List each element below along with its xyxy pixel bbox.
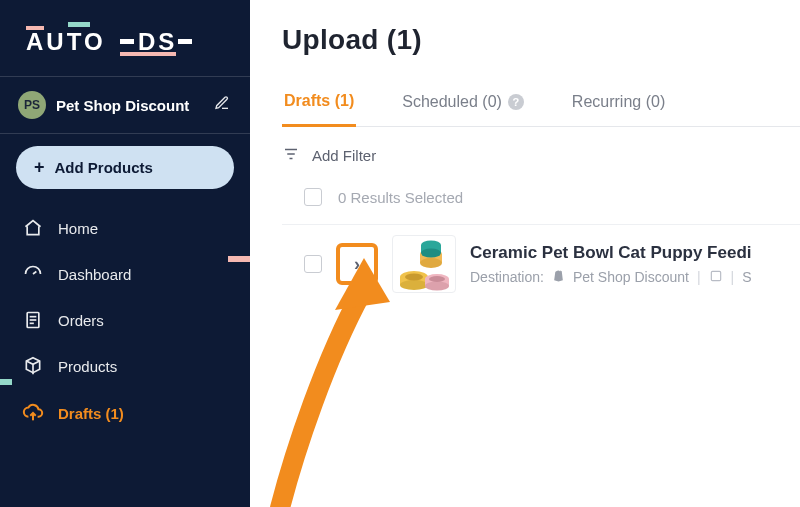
svg-rect-6: [120, 52, 176, 56]
add-products-label: Add Products: [55, 159, 153, 176]
selection-row: 0 Results Selected: [282, 182, 800, 224]
svg-rect-5: [178, 39, 192, 44]
drafts-icon: [22, 402, 44, 424]
svg-rect-3: [120, 39, 134, 44]
svg-point-17: [420, 258, 442, 268]
svg-rect-1: [68, 22, 90, 27]
product-meta: Destination: Pet Shop Discount | | S: [470, 269, 752, 286]
svg-point-24: [405, 274, 423, 281]
tab-label: Recurring (0): [572, 93, 665, 111]
tab-label: Drafts (1): [284, 92, 354, 110]
sidebar-item-drafts[interactable]: Drafts (1): [0, 389, 250, 437]
decor-accent: [0, 379, 12, 385]
svg-rect-29: [711, 271, 720, 280]
tab-drafts[interactable]: Drafts (1): [282, 92, 356, 127]
page-title: Upload (1): [282, 24, 800, 56]
destination-label: Destination:: [470, 269, 544, 285]
sidebar-item-label: Drafts (1): [58, 405, 124, 422]
main-content: Upload (1) Drafts (1) Scheduled (0) ? Re…: [250, 0, 800, 507]
edit-store-icon[interactable]: [214, 95, 230, 115]
add-products-button[interactable]: + Add Products: [16, 146, 234, 189]
svg-point-27: [425, 282, 449, 291]
help-icon[interactable]: ?: [508, 94, 524, 110]
svg-point-28: [429, 276, 445, 282]
dashboard-icon: [22, 264, 44, 284]
note-icon: [709, 269, 723, 286]
svg-point-23: [400, 280, 428, 290]
product-row: › Ceramic Pet Bowl Cat Pu: [282, 224, 800, 307]
sidebar-item-label: Dashboard: [58, 266, 131, 283]
products-icon: [22, 356, 44, 376]
meta-trailing: S: [742, 269, 751, 285]
svg-text:AUTO: AUTO: [26, 28, 106, 55]
tabs: Drafts (1) Scheduled (0) ? Recurring (0): [282, 92, 800, 127]
orders-icon: [22, 310, 44, 330]
brand-logo: AUTO DS: [0, 0, 250, 76]
select-all-checkbox[interactable]: [304, 188, 322, 206]
sidebar-item-orders[interactable]: Orders: [0, 297, 250, 343]
store-name: Pet Shop Discount: [56, 97, 204, 114]
sidebar: AUTO DS PS Pet Shop Discount + Add Produ…: [0, 0, 250, 507]
sidebar-item-home[interactable]: Home: [0, 205, 250, 251]
product-title[interactable]: Ceramic Pet Bowl Cat Puppy Feedi: [470, 243, 752, 263]
sidebar-item-label: Home: [58, 220, 98, 237]
sidebar-item-label: Products: [58, 358, 117, 375]
tab-label: Scheduled (0): [402, 93, 502, 111]
selection-count: 0 Results Selected: [338, 189, 463, 206]
home-icon: [22, 218, 44, 238]
svg-point-20: [421, 249, 441, 258]
store-selector[interactable]: PS Pet Shop Discount: [0, 77, 250, 133]
shopify-icon: [552, 269, 565, 286]
add-filter-button[interactable]: Add Filter: [282, 127, 800, 182]
tab-recurring[interactable]: Recurring (0): [570, 92, 667, 126]
sidebar-nav: Home Dashboard Orders Products Drafts (1…: [0, 197, 250, 437]
filter-icon: [282, 145, 300, 166]
sidebar-item-products[interactable]: Products: [0, 343, 250, 389]
sidebar-item-label: Orders: [58, 312, 104, 329]
chevron-right-icon: ›: [354, 254, 360, 275]
product-thumbnail[interactable]: [392, 235, 456, 293]
plus-icon: +: [34, 157, 45, 178]
filter-label: Add Filter: [312, 147, 376, 164]
destination-name: Pet Shop Discount: [573, 269, 689, 285]
expand-row-button[interactable]: ›: [336, 243, 378, 285]
sidebar-item-dashboard[interactable]: Dashboard: [0, 251, 250, 297]
product-info: Ceramic Pet Bowl Cat Puppy Feedi Destina…: [470, 243, 752, 286]
row-checkbox[interactable]: [304, 255, 322, 273]
decor-accent: [228, 256, 250, 262]
store-badge: PS: [18, 91, 46, 119]
svg-text:DS: DS: [138, 28, 177, 55]
tab-scheduled[interactable]: Scheduled (0) ?: [400, 92, 526, 126]
